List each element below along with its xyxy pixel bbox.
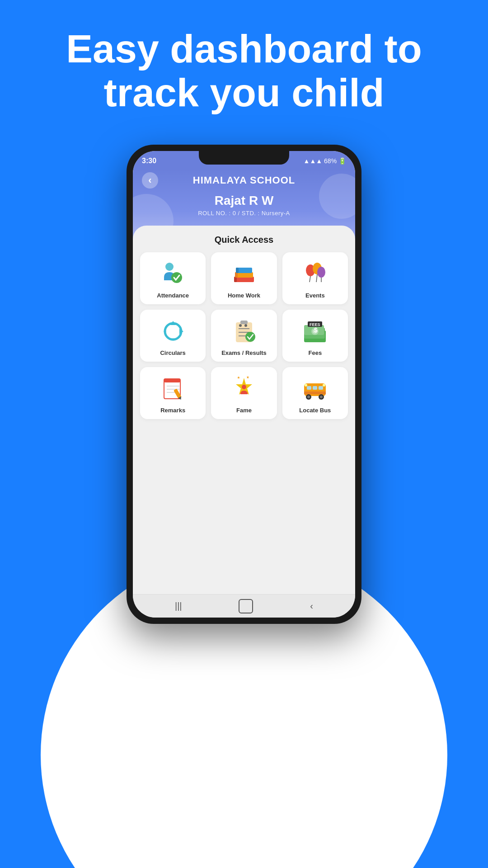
hero-line2: track you child — [103, 70, 384, 115]
app-header-top: ‹ HIMALAYA SCHOOL — [142, 175, 346, 186]
phone-notch — [199, 151, 289, 165]
grid-item-bus[interactable]: Locate Bus — [282, 367, 348, 419]
remarks-label: Remarks — [160, 407, 185, 414]
quick-access-grid: Attendance — [140, 252, 348, 419]
svg-point-52 — [320, 396, 323, 398]
status-time: 3:30 — [142, 157, 156, 165]
svg-marker-43 — [246, 376, 249, 378]
fame-icon — [230, 374, 258, 403]
svg-rect-45 — [307, 386, 311, 390]
homework-icon — [230, 259, 258, 288]
svg-point-23 — [245, 332, 255, 342]
svg-rect-17 — [240, 321, 248, 324]
svg-rect-47 — [319, 386, 323, 390]
exams-label: Exams / Results — [221, 349, 267, 356]
svg-point-54 — [323, 384, 325, 387]
svg-point-50 — [307, 396, 310, 398]
battery-icon: 🔋 — [338, 157, 346, 165]
phone-screen: 3:30 ▲▲▲ 68% 🔋 ‹ HIMALAYA SCHOOL Rajat R… — [133, 151, 355, 618]
school-name: HIMALAYA SCHOOL — [193, 175, 295, 186]
quick-access-section: Quick Access — [133, 226, 355, 428]
remarks-icon — [159, 374, 188, 403]
grid-item-events[interactable]: Events — [282, 252, 348, 304]
fame-label: Fame — [236, 407, 252, 414]
svg-point-21 — [239, 324, 242, 327]
events-label: Events — [305, 292, 325, 299]
quick-access-title: Quick Access — [140, 235, 348, 245]
svg-point-31 — [313, 329, 317, 334]
grid-item-homework[interactable]: Home Work — [211, 252, 277, 304]
hero-text: Easy dashboard to track you child — [0, 27, 488, 115]
homework-label: Home Work — [228, 292, 260, 299]
svg-rect-48 — [304, 392, 326, 394]
bottom-nav: ||| ‹ — [133, 594, 355, 618]
exams-icon — [230, 317, 258, 346]
svg-marker-42 — [237, 376, 240, 379]
svg-rect-46 — [313, 386, 317, 390]
svg-point-22 — [244, 324, 247, 327]
svg-line-12 — [316, 274, 317, 282]
grid-item-exams[interactable]: Exams / Results — [211, 310, 277, 362]
attendance-label: Attendance — [157, 292, 189, 299]
grid-item-fame[interactable]: Fame — [211, 367, 277, 419]
bus-icon — [300, 374, 329, 403]
bus-label: Locate Bus — [299, 407, 331, 414]
svg-point-10 — [317, 267, 325, 278]
nav-back-icon[interactable]: ‹ — [310, 601, 313, 611]
signal-icon: ▲▲▲ — [304, 157, 324, 165]
phone-mockup: 3:30 ▲▲▲ 68% 🔋 ‹ HIMALAYA SCHOOL Rajat R… — [127, 145, 361, 624]
grid-item-remarks[interactable]: Remarks — [140, 367, 206, 419]
svg-rect-34 — [164, 379, 180, 382]
fees-label: Fees — [309, 349, 322, 356]
battery-text: 68% — [324, 157, 337, 165]
fees-icon: $ FEES — [300, 317, 329, 346]
svg-text:FEES: FEES — [310, 322, 320, 327]
hero-line1: Easy dashboard to — [66, 26, 422, 71]
attendance-icon — [159, 259, 188, 288]
events-icon — [300, 259, 329, 288]
grid-item-attendance[interactable]: Attendance — [140, 252, 206, 304]
svg-point-53 — [305, 384, 307, 387]
profile-section: Rajat R W ROLL NO. : 0 / STD. : Nursery-… — [142, 193, 346, 217]
grid-item-fees[interactable]: $ FEES Fees — [282, 310, 348, 362]
svg-rect-7 — [236, 268, 239, 273]
svg-point-1 — [171, 272, 182, 283]
status-icons: ▲▲▲ 68% 🔋 — [304, 157, 346, 165]
back-button[interactable]: ‹ — [142, 172, 158, 189]
svg-point-41 — [242, 385, 246, 389]
svg-point-0 — [165, 263, 174, 271]
svg-line-11 — [310, 276, 310, 282]
circulars-icon — [159, 317, 188, 346]
grid-item-circulars[interactable]: Circulars — [140, 310, 206, 362]
nav-recents-icon[interactable]: ||| — [175, 601, 182, 611]
nav-home-button[interactable] — [239, 599, 253, 613]
student-name: Rajat R W — [142, 193, 346, 208]
circulars-label: Circulars — [160, 349, 185, 356]
